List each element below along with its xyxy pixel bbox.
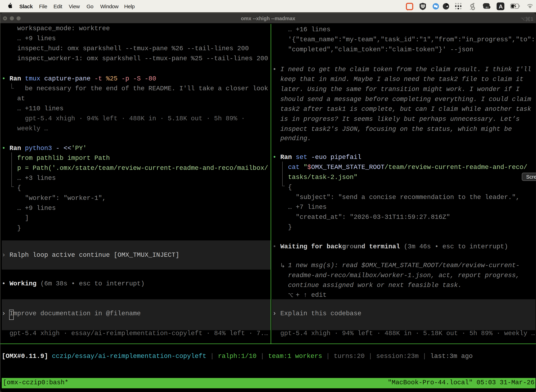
svg-text:..61: ..61	[484, 6, 489, 9]
svg-text:A: A	[499, 3, 503, 10]
